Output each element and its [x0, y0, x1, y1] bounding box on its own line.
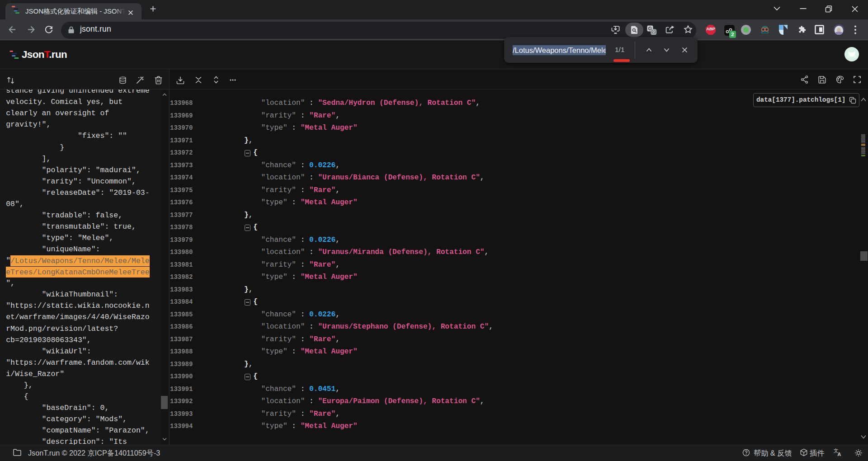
svg-text:文: 文 — [651, 29, 656, 34]
svg-text:A: A — [837, 452, 841, 457]
